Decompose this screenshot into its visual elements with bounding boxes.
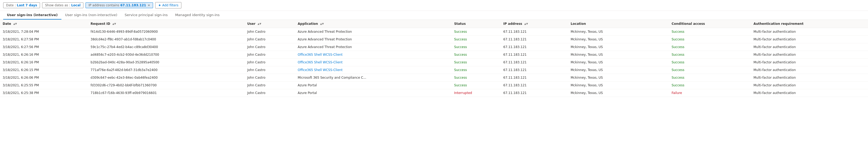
cell-auth: Multi-factor authentication	[751, 28, 868, 36]
ip-filter-chip[interactable]: IP address contains 67.11.183.121 ✕	[86, 2, 153, 8]
app-link[interactable]: Office365 Shell WCSS-Client	[298, 68, 342, 72]
cell-reqid: f414d130-6446-4993-89df-8a0572060900	[88, 28, 245, 36]
plus-icon: ✦	[158, 3, 161, 7]
cell-status: Interrupted	[452, 89, 501, 97]
cell-ca: Success	[669, 74, 751, 82]
ip-filter-label: IP address contains	[88, 3, 119, 7]
col-header-ca: Conditional access	[669, 20, 751, 28]
table-row[interactable]: 3/18/2021, 6:27:58 PM 38dcd4e2-ff8c-4937…	[0, 36, 868, 43]
col-header-app[interactable]: Application ▲▼	[295, 20, 452, 28]
cell-reqid: 771af76e-6a2f-482d-b6d7-31db3a7e2400	[88, 66, 245, 74]
cell-user: John Castro	[245, 28, 295, 36]
cell-ca: Success	[669, 66, 751, 74]
cell-location: Mckinney, Texas, US	[568, 58, 669, 66]
tab-noninteractive[interactable]: User sign-ins (non-interactive)	[61, 11, 121, 19]
cell-ca: Success	[669, 82, 751, 89]
cell-user: John Castro	[245, 36, 295, 43]
app-link[interactable]: Office365 Shell WCSS-Client	[298, 60, 342, 64]
cell-reqid: ad4856c7-e203-4cb2-930d-4e36dd210700	[88, 51, 245, 58]
table-header-row: Date ▲▼ Request ID ▲▼ User ▲▼ Applicatio…	[0, 20, 868, 28]
cell-ca: Success	[669, 43, 751, 51]
show-dates-label: Show dates as :	[45, 3, 70, 7]
cell-reqid: b2bb2bad-040c-428a-90ad-352895a40500	[88, 58, 245, 66]
cell-date: 3/18/2021, 6:26:15 PM	[0, 66, 88, 74]
cell-reqid: 59c1c75c-27b4-4ed2-b4ac-c89ca8d30400	[88, 43, 245, 51]
cell-status: Success	[452, 66, 501, 74]
sign-ins-table: Date ▲▼ Request ID ▲▼ User ▲▼ Applicatio…	[0, 20, 868, 97]
cell-app: Microsoft 365 Security and Compliance C.…	[295, 74, 452, 82]
col-header-date[interactable]: Date ▲▼	[0, 20, 88, 28]
cell-user: John Castro	[245, 89, 295, 97]
cell-location: Mckinney, Texas, US	[568, 89, 669, 97]
cell-location: Mckinney, Texas, US	[568, 51, 669, 58]
app-name: Azure Advanced Threat Protection	[298, 30, 352, 34]
add-filters-button[interactable]: ✦ Add filters	[155, 2, 181, 8]
cell-auth: Multi-factor authentication	[751, 66, 868, 74]
cell-date: 3/18/2021, 6:27:56 PM	[0, 43, 88, 51]
cell-auth: Multi-factor authentication	[751, 51, 868, 58]
cell-location: Mckinney, Texas, US	[568, 28, 669, 36]
add-filters-label: Add filters	[162, 3, 179, 7]
cell-location: Mckinney, Texas, US	[568, 82, 669, 89]
cell-auth: Multi-factor authentication	[751, 89, 868, 97]
app-name: Azure Portal	[298, 91, 317, 95]
table-row[interactable]: 3/18/2021, 6:26:15 PM 771af76e-6a2f-482d…	[0, 66, 868, 74]
cell-status: Success	[452, 51, 501, 58]
cell-ip: 67.11.183.121	[501, 74, 568, 82]
ip-filter-close-icon[interactable]: ✕	[148, 4, 150, 7]
table-row[interactable]: 3/18/2021, 7:28:04 PM f414d130-6446-4993…	[0, 28, 868, 36]
sort-icon-app: ▲▼	[320, 23, 324, 25]
cell-ip: 67.11.183.121	[501, 43, 568, 51]
app-link[interactable]: Office365 Shell WCSS-Client	[298, 53, 342, 56]
sort-icon-reqid: ▲▼	[112, 23, 116, 25]
cell-location: Mckinney, Texas, US	[568, 36, 669, 43]
sort-icon-date: ▲▼	[13, 23, 17, 25]
date-filter-label: Date :	[6, 3, 16, 7]
cell-user: John Castro	[245, 58, 295, 66]
cell-user: John Castro	[245, 51, 295, 58]
cell-auth: Multi-factor authentication	[751, 43, 868, 51]
col-header-reqid[interactable]: Request ID ▲▼	[88, 20, 245, 28]
cell-auth: Multi-factor authentication	[751, 74, 868, 82]
col-header-location: Location	[568, 20, 669, 28]
tab-service[interactable]: Service principal sign-ins	[121, 11, 172, 19]
cell-date: 3/18/2021, 6:26:16 PM	[0, 51, 88, 58]
cell-status: Success	[452, 43, 501, 51]
cell-ca: Success	[669, 58, 751, 66]
table-body: 3/18/2021, 7:28:04 PM f414d130-6446-4993…	[0, 28, 868, 97]
cell-app: Office365 Shell WCSS-Client	[295, 58, 452, 66]
cell-status: Success	[452, 82, 501, 89]
cell-app: Azure Advanced Threat Protection	[295, 28, 452, 36]
table-row[interactable]: 3/18/2021, 6:26:16 PM ad4856c7-e203-4cb2…	[0, 51, 868, 58]
tab-interactive[interactable]: User sign-ins (interactive)	[3, 11, 61, 19]
cell-location: Mckinney, Texas, US	[568, 74, 669, 82]
table-row[interactable]: 3/18/2021, 6:26:16 PM b2bb2bad-040c-428a…	[0, 58, 868, 66]
col-header-ip[interactable]: IP address ▲▼	[501, 20, 568, 28]
cell-user: John Castro	[245, 43, 295, 51]
cell-app: Office365 Shell WCSS-Client	[295, 51, 452, 58]
cell-ca: Success	[669, 36, 751, 43]
cell-location: Mckinney, Texas, US	[568, 43, 669, 51]
col-header-user[interactable]: User ▲▼	[245, 20, 295, 28]
app-name: Azure Advanced Threat Protection	[298, 45, 352, 49]
cell-ca: Failure	[669, 89, 751, 97]
cell-ip: 67.11.183.121	[501, 82, 568, 89]
table-row[interactable]: 3/18/2021, 6:25:38 PM 718b1c67-f16b-4630…	[0, 89, 868, 97]
cell-ip: 67.11.183.121	[501, 66, 568, 74]
table-row[interactable]: 3/18/2021, 6:27:56 PM 59c1c75c-27b4-4ed2…	[0, 43, 868, 51]
show-dates-chip[interactable]: Show dates as : Local	[42, 2, 84, 8]
cell-user: John Castro	[245, 66, 295, 74]
cell-ip: 67.11.183.121	[501, 58, 568, 66]
tab-managed[interactable]: Managed identity sign-ins	[171, 11, 223, 19]
cell-ip: 67.11.183.121	[501, 89, 568, 97]
cell-auth: Multi-factor authentication	[751, 58, 868, 66]
cell-status: Success	[452, 58, 501, 66]
cell-reqid: d309c647-eebc-42e3-84ec-0ab46fea2400	[88, 74, 245, 82]
cell-app: Azure Portal	[295, 89, 452, 97]
table-row[interactable]: 3/18/2021, 6:26:06 PM d309c647-eebc-42e3…	[0, 74, 868, 82]
date-filter-chip[interactable]: Date : Last 7 days	[3, 2, 40, 8]
cell-user: John Castro	[245, 74, 295, 82]
top-bar: Date : Last 7 days Show dates as : Local…	[0, 0, 868, 11]
sort-icon-user: ▲▼	[258, 23, 261, 25]
table-row[interactable]: 3/18/2021, 6:25:55 PM fd3302d6-c729-4b02…	[0, 82, 868, 89]
